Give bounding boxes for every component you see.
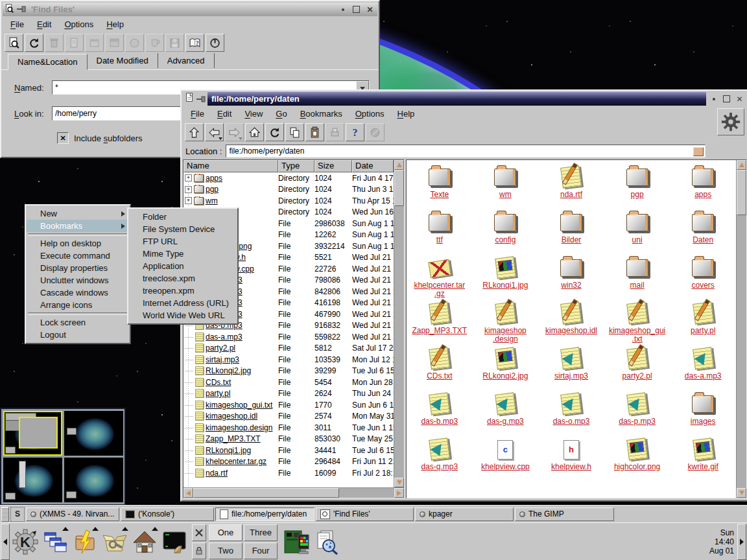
icon-label[interactable]: win32 bbox=[561, 281, 581, 290]
icon-label[interactable]: party.pl bbox=[691, 327, 715, 335]
icon-grid-item[interactable]: CDs.txt bbox=[407, 344, 473, 390]
menu-item-new[interactable]: New bbox=[27, 207, 129, 220]
menu-help[interactable]: Help bbox=[100, 17, 130, 32]
help-book-button[interactable]: ? bbox=[185, 34, 204, 52]
icon-grid-item[interactable]: Daten bbox=[670, 208, 736, 253]
icon-label[interactable]: Texte bbox=[430, 191, 449, 199]
taskbar-start-button[interactable]: S bbox=[10, 507, 25, 522]
menu-item-display-properties[interactable]: Display properties bbox=[27, 262, 129, 274]
table-row[interactable]: RLkonqi2.jpgFile39299Tue Jul 6 15: bbox=[184, 366, 394, 377]
submenu-item-world-wide-web-url[interactable]: World Wide Web URL bbox=[129, 309, 237, 321]
icon-grid-item[interactable]: Zapp_MP3.TXT bbox=[407, 299, 473, 344]
tree-expand-icon[interactable]: + bbox=[185, 186, 192, 193]
menu-item-help-on-desktop[interactable]: Help on desktop bbox=[27, 237, 129, 250]
file-link[interactable]: party2.pl bbox=[206, 344, 235, 353]
table-row[interactable]: kimageshop_gui.txtFile1770Sun Jun 6 14 bbox=[184, 399, 394, 411]
menu-go[interactable]: Go bbox=[269, 106, 293, 121]
icon-label[interactable]: das-a.mp3 bbox=[685, 372, 722, 380]
submenu-item-internet-address-url-[interactable]: Internet Address (URL) bbox=[129, 297, 237, 309]
icon-label[interactable]: images bbox=[691, 417, 716, 426]
scroll-left-icon[interactable] bbox=[184, 488, 193, 498]
pager-desktop-2[interactable] bbox=[64, 411, 123, 456]
desktop-button-three[interactable]: Three bbox=[244, 524, 278, 541]
menu-item-bookmarks[interactable]: Bookmarks bbox=[27, 220, 129, 232]
menu-options[interactable]: Options bbox=[349, 106, 391, 121]
find-files-panel-button[interactable] bbox=[311, 526, 341, 557]
icon-grid-item[interactable]: khelpcenter.tar.gz bbox=[407, 253, 473, 299]
utilities-button[interactable] bbox=[100, 526, 130, 557]
scroll-up-icon[interactable] bbox=[394, 160, 404, 170]
table-row[interactable]: Zapp_MP3.TXTFile853030Tue May 25 0 bbox=[184, 434, 394, 445]
icon-grid-item[interactable]: kwrite.gif bbox=[670, 435, 736, 480]
reload-button[interactable] bbox=[265, 123, 284, 141]
panel-clock[interactable]: Sun 14:40 Aug 01 bbox=[709, 528, 734, 555]
file-link[interactable]: Zapp_MP3.TXT bbox=[206, 434, 261, 443]
file-link[interactable]: CDs.txt bbox=[206, 378, 231, 387]
quit-button[interactable] bbox=[206, 34, 224, 52]
icon-label[interactable]: config bbox=[495, 236, 516, 244]
icon-label[interactable]: RLkonqi2.jpg bbox=[482, 372, 528, 380]
close-button[interactable]: ✕ bbox=[734, 94, 745, 104]
icon-label[interactable]: kimageshop.idl bbox=[545, 327, 597, 335]
panel-hide-right-button[interactable] bbox=[737, 524, 746, 560]
konsole-button[interactable] bbox=[160, 526, 189, 557]
taskbar-handle[interactable] bbox=[1, 507, 9, 522]
minimize-button[interactable] bbox=[708, 94, 719, 104]
copy-button[interactable] bbox=[285, 123, 304, 141]
column-header-date[interactable]: Date bbox=[352, 160, 394, 172]
include-subfolders-checkbox[interactable]: ✕ bbox=[57, 132, 69, 144]
icon-grid-item[interactable]: wm bbox=[473, 163, 539, 208]
table-row[interactable]: kimageshop.idlFile2574Mon May 31 1 bbox=[184, 411, 394, 423]
icon-label[interactable]: khelpview.h bbox=[551, 463, 591, 471]
file-link[interactable]: party.pl bbox=[206, 389, 230, 398]
menu-item-execute-command[interactable]: Execute command bbox=[27, 250, 129, 262]
maximize-button[interactable] bbox=[351, 5, 362, 14]
icon-label[interactable]: nda.rtf bbox=[560, 191, 582, 199]
icon-grid-item[interactable]: RLkonqi2.jpg bbox=[473, 344, 539, 390]
paste-button[interactable] bbox=[305, 123, 324, 141]
file-link[interactable]: pgp bbox=[206, 185, 219, 194]
file-link[interactable]: RLkonqi2.jpg bbox=[206, 366, 251, 375]
scroll-down-icon[interactable] bbox=[737, 488, 746, 498]
table-row[interactable]: party.plFile2624Thu Jun 24 01 bbox=[184, 388, 394, 400]
file-link[interactable]: RLkonqi1.jpg bbox=[206, 446, 251, 455]
scrollbar-thumb[interactable] bbox=[737, 170, 746, 215]
icon-vertical-scrollbar[interactable] bbox=[736, 160, 746, 498]
icon-grid-item[interactable]: party.pl bbox=[670, 299, 736, 344]
tab-name-location[interactable]: Name&Location bbox=[8, 54, 88, 70]
icon-grid-item[interactable]: win32 bbox=[538, 253, 604, 299]
menu-bookmarks[interactable]: Bookmarks bbox=[294, 106, 349, 121]
table-row[interactable]: RLkonqi1.jpgFile34441Tue Jul 6 15: bbox=[184, 445, 394, 456]
maximize-button[interactable] bbox=[721, 94, 732, 104]
tree-vertical-scrollbar[interactable] bbox=[394, 160, 404, 487]
icon-label[interactable]: covers bbox=[692, 281, 715, 290]
up-button[interactable] bbox=[185, 123, 204, 141]
menu-item-lock-screen[interactable]: Lock screen bbox=[27, 316, 129, 329]
menu-item-arrange-icons[interactable]: Arrange icons bbox=[27, 299, 129, 311]
tab-date-modified[interactable]: Date Modified bbox=[88, 53, 158, 68]
icon-grid-item[interactable]: pgp bbox=[604, 163, 670, 208]
column-header-size[interactable]: Size bbox=[314, 160, 352, 172]
menu-options[interactable]: Options bbox=[58, 17, 100, 32]
icon-label[interactable]: wm bbox=[499, 191, 512, 199]
icon-label[interactable]: party2.pl bbox=[622, 372, 652, 380]
task-button-kpager[interactable]: kpager bbox=[415, 508, 514, 521]
pager-active-window-thumb[interactable] bbox=[19, 417, 58, 449]
menu-view[interactable]: View bbox=[238, 106, 269, 121]
column-header-type[interactable]: Type bbox=[278, 160, 314, 172]
icon-grid-item[interactable]: config bbox=[473, 208, 539, 253]
help-button[interactable]: ? bbox=[346, 123, 364, 141]
icon-grid-item[interactable]: apps bbox=[670, 163, 736, 208]
desktop-button-one[interactable]: One bbox=[209, 524, 243, 541]
icon-grid-item[interactable]: kimageshop.design bbox=[473, 299, 539, 344]
lock-button[interactable] bbox=[192, 542, 206, 559]
file-link[interactable]: das-a.mp3 bbox=[206, 332, 243, 342]
table-row[interactable]: +appsDirectory1024Fri Jun 4 17:2 bbox=[184, 172, 394, 184]
icon-grid-item[interactable]: kimageshop.idl bbox=[538, 299, 604, 344]
table-row[interactable]: party2.plFile5812Sat Jul 17 20: bbox=[184, 343, 394, 355]
pager-window-thumb[interactable] bbox=[5, 420, 19, 431]
window-list-button[interactable] bbox=[40, 526, 70, 557]
icon-grid-item[interactable]: Texte bbox=[407, 163, 473, 208]
pager-window-thumb[interactable] bbox=[19, 461, 26, 488]
icon-label[interactable]: das-p.mp3 bbox=[619, 417, 656, 426]
